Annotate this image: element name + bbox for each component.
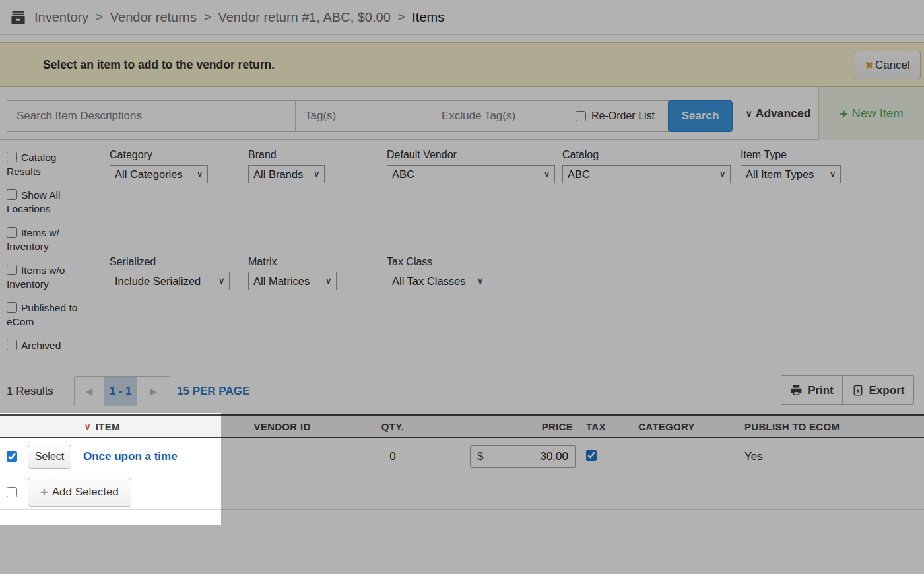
tax-class-select[interactable]: All Tax Classes ∨ — [387, 272, 488, 290]
chevron-down-icon: ∨ — [746, 108, 752, 119]
category-select[interactable]: All Categories ∨ — [110, 165, 208, 183]
breadcrumb-vendor-return-1[interactable]: Vendor return #1, ABC, $0.00 — [218, 10, 391, 25]
matrix-label: Matrix — [248, 256, 337, 268]
chevron-down-icon: ∨ — [830, 170, 836, 179]
tags-input[interactable] — [295, 100, 432, 132]
sidebar-filters: Catalog Results Show All Locations Items… — [0, 140, 94, 367]
items-without-inventory-checkbox-input[interactable] — [7, 265, 17, 275]
chevron-down-icon: ∨ — [719, 170, 725, 179]
published-to-ecom-checkbox-input[interactable] — [7, 302, 17, 313]
export-button[interactable]: x Export — [843, 376, 913, 404]
chevron-down-icon: ∨ — [197, 170, 203, 179]
breadcrumb-separator: > — [398, 11, 405, 24]
checkbox-published-to-ecom[interactable]: Published to eCom — [7, 301, 88, 329]
reorder-list-label: Re-Order List — [591, 110, 655, 122]
row-price-cell: $ — [442, 445, 581, 468]
archived-checkbox-input[interactable] — [7, 340, 17, 350]
default-vendor-select[interactable]: ABC ∨ — [387, 165, 555, 183]
checkbox-items-without-inventory[interactable]: Items w/o Inventory — [7, 263, 88, 291]
printer-icon — [790, 384, 803, 397]
cancel-button[interactable]: ✖ Cancel — [855, 51, 921, 79]
default-vendor-label: Default Vendor — [387, 149, 555, 161]
exclude-tags-input[interactable] — [432, 100, 568, 132]
items-with-inventory-checkbox-input[interactable] — [7, 227, 17, 238]
instruction-banner: Select an item to add to the vendor retu… — [0, 42, 924, 87]
serialized-value: Include Serialized — [115, 275, 201, 288]
breadcrumb-vendor-returns[interactable]: Vendor returns — [110, 10, 197, 25]
previous-page-button[interactable]: ◀ — [75, 377, 104, 406]
chevron-down-icon: ∨ — [218, 276, 224, 286]
column-header-price[interactable]: PRICE — [442, 421, 581, 432]
catalog-value: ABC — [568, 168, 590, 181]
reorder-list-checkbox-input[interactable] — [576, 111, 586, 121]
plus-icon: + — [840, 107, 847, 121]
chevron-down-icon: ∨ — [325, 276, 331, 286]
advanced-label: Advanced — [756, 107, 811, 121]
category-label: Category — [110, 149, 208, 161]
catalog-label: Catalog — [562, 149, 731, 161]
add-selected-cell: + Add Selected — [24, 478, 343, 507]
export-file-icon: x — [852, 384, 864, 397]
column-header-vendor-id[interactable]: VENDOR ID — [221, 421, 343, 432]
search-button[interactable]: Search — [668, 100, 733, 132]
search-descriptions-input[interactable] — [7, 100, 296, 132]
column-header-publish-to-ecom[interactable]: PUBLISH TO ECOM — [719, 421, 924, 432]
table-row: Select Once upon a time 0 $ Yes — [0, 439, 924, 474]
chevron-down-icon: ∨ — [314, 170, 319, 179]
item-link[interactable]: Once upon a time — [79, 450, 178, 462]
select-button[interactable]: Select — [28, 445, 71, 469]
item-type-value: All Item Types — [746, 168, 814, 181]
checkbox-archived[interactable]: Archived — [7, 338, 88, 352]
breadcrumb-separator: > — [96, 11, 103, 24]
breadcrumb-items: Items — [412, 10, 444, 25]
print-export-group: Print x Export — [781, 375, 914, 405]
column-header-category[interactable]: CATEGORY — [614, 421, 719, 432]
reorder-list-checkbox[interactable]: Re-Order List — [568, 100, 669, 132]
add-selected-button[interactable]: + Add Selected — [28, 478, 131, 507]
tax-checkbox[interactable] — [586, 450, 597, 461]
matrix-select[interactable]: All Matrices ∨ — [248, 272, 337, 290]
column-header-qty[interactable]: QTY. — [343, 421, 442, 432]
tax-class-value: All Tax Classes — [392, 275, 466, 288]
print-button[interactable]: Print — [781, 376, 843, 404]
catalog-results-checkbox-input[interactable] — [7, 152, 17, 162]
checkbox-catalog-results[interactable]: Catalog Results — [7, 150, 88, 178]
serialized-label: Serialized — [110, 256, 230, 268]
row-select-cell: Select — [24, 445, 79, 469]
show-all-locations-checkbox-input[interactable] — [7, 189, 17, 200]
table-header: ∨ ITEM VENDOR ID QTY. PRICE TAX CATEGORY… — [0, 414, 924, 438]
next-page-button[interactable]: ▶ — [137, 377, 170, 406]
new-item-button[interactable]: + New Item — [818, 87, 924, 140]
filter-panel: Catalog Results Show All Locations Items… — [0, 140, 924, 367]
search-toolbar: Re-Order List Search ∨ Advanced + New It… — [0, 87, 924, 140]
column-header-tax[interactable]: TAX — [581, 421, 614, 432]
breadcrumb-separator: > — [204, 11, 211, 24]
per-page-link[interactable]: 15 PER PAGE — [177, 367, 249, 414]
column-header-item[interactable]: ∨ ITEM — [79, 421, 221, 432]
advanced-toggle[interactable]: ∨ Advanced — [739, 87, 817, 140]
add-selected-label: Add Selected — [52, 486, 119, 499]
serialized-select[interactable]: Include Serialized ∨ — [110, 272, 230, 290]
archived-label: Archived — [21, 340, 61, 351]
price-input-box: $ — [470, 445, 576, 468]
plus-icon: + — [40, 486, 48, 499]
arrow-left-icon: ◀ — [86, 386, 93, 397]
svg-text:x: x — [856, 387, 859, 394]
row-select-checkbox[interactable] — [7, 451, 17, 462]
new-item-label: New Item — [852, 106, 904, 121]
select-all-checkbox[interactable] — [7, 487, 17, 497]
item-type-label: Item Type — [741, 149, 841, 161]
category-value: All Categories — [115, 168, 183, 181]
brand-value: All Brands — [253, 168, 303, 181]
inventory-icon — [9, 9, 27, 26]
brand-select[interactable]: All Brands ∨ — [248, 165, 325, 183]
item-type-select[interactable]: All Item Types ∨ — [741, 165, 841, 183]
catalog-select[interactable]: ABC ∨ — [562, 165, 731, 183]
matrix-value: All Matrices — [253, 275, 310, 288]
price-input[interactable] — [483, 450, 568, 463]
item-column-label: ITEM — [96, 421, 120, 432]
checkbox-items-with-inventory[interactable]: Items w/ Inventory — [7, 226, 88, 253]
checkbox-show-all-locations[interactable]: Show All Locations — [7, 188, 88, 216]
breadcrumb-inventory[interactable]: Inventory — [34, 10, 88, 25]
add-selected-row: + Add Selected — [0, 475, 924, 510]
